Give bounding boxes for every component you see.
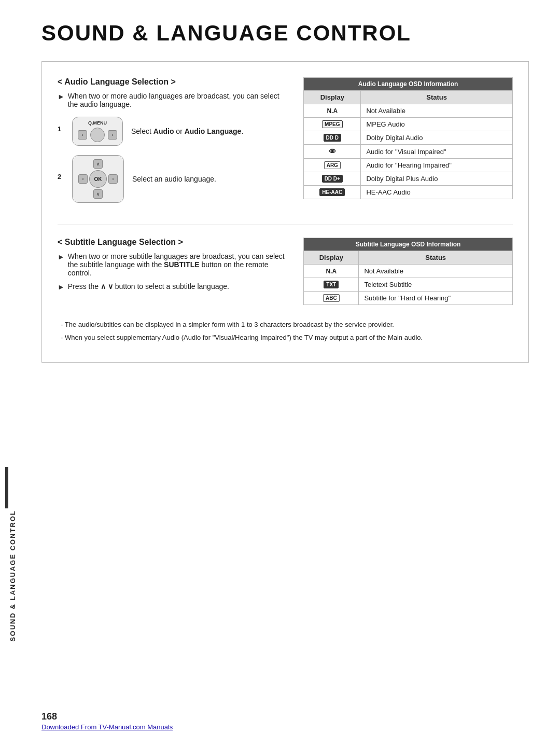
left-arrow-btn-2: ‹ — [78, 174, 88, 184]
audio-osd-row: ARGAudio for "Hearing Impaired" — [304, 159, 513, 172]
audio-col-display: Display — [304, 91, 361, 104]
subtitle-osd-status: Not Available — [359, 265, 513, 278]
ok-btn: OK — [89, 170, 107, 188]
subtitle-arrow-1: ► — [58, 253, 65, 277]
subtitle-language-section: < Subtitle Language Selection > ► When t… — [58, 238, 288, 315]
step-1-bold-audio-language: Audio Language — [185, 127, 242, 135]
page-number: 168 — [41, 711, 529, 722]
subtitle-bullet-1-text: When two or more subtitle languages are … — [68, 252, 288, 277]
right-arrow-btn-2: › — [108, 174, 118, 184]
down-arrow-btn: ∨ — [93, 189, 103, 199]
page-footer: 168 Downloaded From TV-Manual.com Manual… — [41, 711, 529, 731]
remote-step-2: 2 ∧ ‹ OK › ∨ — [58, 155, 288, 203]
remote-top-row: ‹ › — [78, 128, 117, 142]
bullet-arrow-1: ► — [58, 92, 65, 108]
step-num-2: 2 — [58, 173, 64, 181]
subtitle-osd-status: Teletext Subtitle — [359, 278, 513, 292]
audio-osd-row: HE-AACHE-AAC Audio — [304, 186, 513, 199]
footer-notes: - The audio/subtitles can be displayed i… — [58, 321, 513, 341]
remote-body-2: ∧ ‹ OK › ∨ — [72, 155, 124, 203]
audio-osd-header: Audio Language OSD Information — [304, 78, 513, 91]
up-arrow-btn: ∧ — [93, 159, 103, 169]
subtitle-bullet-1: ► When two or more subtitle languages ar… — [58, 252, 288, 277]
subtitle-col-status: Status — [359, 251, 513, 265]
audio-osd-row: MPEGMPEG Audio — [304, 118, 513, 131]
section-divider — [58, 225, 513, 225]
remote-nav: ∧ ‹ OK › ∨ — [78, 159, 118, 199]
audio-osd-row: 👁Audio for "Visual Impaired" — [304, 145, 513, 159]
audio-osd-display: ARG — [304, 159, 361, 172]
audio-osd-display: 👁 — [304, 145, 361, 159]
subtitle-osd-row: ABCSubtitle for "Hard of Hearing" — [304, 292, 513, 305]
left-arrow-btn: ‹ — [78, 130, 87, 140]
audio-section-heading: < Audio Language Selection > — [58, 77, 288, 87]
audio-osd-status: Dolby Digital Audio — [361, 131, 513, 145]
subtitle-osd-display: N.A — [304, 265, 359, 278]
footer-note-2: - When you select supplementary Audio (A… — [58, 334, 513, 341]
audio-osd-table: Audio Language OSD Information Display S… — [303, 77, 513, 199]
subtitle-bullet-2: ► Press the ∧ ∨ button to select a subti… — [58, 282, 288, 291]
audio-osd-status: Not Available — [361, 104, 513, 118]
step-2-text: Select an audio language. — [132, 175, 216, 183]
top-section: < Audio Language Selection > ► When two … — [58, 77, 513, 212]
subtitle-osd-header: Subtitle Language OSD Information — [304, 238, 513, 251]
bottom-section: < Subtitle Language Selection > ► When t… — [58, 238, 513, 315]
audio-bullet-1: ► When two or more audio languages are b… — [58, 92, 288, 108]
sidebar-bar — [5, 467, 8, 508]
audio-osd-status: HE-AAC Audio — [361, 186, 513, 199]
audio-osd-status: Audio for "Hearing Impaired" — [361, 159, 513, 172]
step-num-1: 1 — [58, 125, 64, 133]
step-1-text: Select Audio or Audio Language. — [131, 127, 243, 135]
remote-step-1: 1 Q.MENU ‹ › Select Audio or Audio Langu… — [58, 117, 288, 146]
audio-bullet-1-text: When two or more audio languages are bro… — [68, 92, 288, 108]
subtitle-bullet-2-text: Press the ∧ ∨ button to select a subtitl… — [68, 282, 229, 291]
step-1-bold-audio: Audio — [153, 127, 174, 135]
audio-osd-row: DD D+Dolby Digital Plus Audio — [304, 172, 513, 186]
subtitle-osd-row: N.ANot Available — [304, 265, 513, 278]
subtitle-osd-display: ABC — [304, 292, 359, 305]
remote-body-1: Q.MENU ‹ › — [72, 117, 123, 146]
audio-col-status: Status — [361, 91, 513, 104]
subtitle-keys: ∧ ∨ — [101, 282, 113, 290]
remote-steps: 1 Q.MENU ‹ › Select Audio or Audio Langu… — [58, 117, 288, 203]
subtitle-osd-row: TXTTeletext Subtitle — [304, 278, 513, 292]
sidebar: SOUND & LANGUAGE CONTROL — [0, 467, 25, 685]
subtitle-arrow-2: ► — [58, 283, 65, 291]
sidebar-label: SOUND & LANGUAGE CONTROL — [9, 510, 17, 642]
audio-osd-status: Audio for "Visual Impaired" — [361, 145, 513, 159]
audio-osd-display: HE-AAC — [304, 186, 361, 199]
audio-osd-display: DD D — [304, 131, 361, 145]
download-link[interactable]: Downloaded From TV-Manual.com Manuals — [41, 723, 173, 731]
audio-osd-display: DD D+ — [304, 172, 361, 186]
audio-osd-display: MPEG — [304, 118, 361, 131]
subtitle-osd-table: Subtitle Language OSD Information Displa… — [303, 238, 513, 305]
audio-osd-display: N.A — [304, 104, 361, 118]
subtitle-section-heading: < Subtitle Language Selection > — [58, 238, 288, 247]
audio-osd-row: DD DDolby Digital Audio — [304, 131, 513, 145]
audio-osd-status: Dolby Digital Plus Audio — [361, 172, 513, 186]
subtitle-osd-status: Subtitle for "Hard of Hearing" — [359, 292, 513, 305]
subtitle-col-display: Display — [304, 251, 359, 265]
subtitle-osd-table-section: Subtitle Language OSD Information Displa… — [303, 238, 513, 315]
audio-osd-table-section: Audio Language OSD Information Display S… — [303, 77, 513, 212]
audio-osd-status: MPEG Audio — [361, 118, 513, 131]
audio-language-section: < Audio Language Selection > ► When two … — [58, 77, 288, 212]
subtitle-osd-display: TXT — [304, 278, 359, 292]
page-title: SOUND & LANGUAGE CONTROL — [41, 21, 529, 46]
right-arrow-btn: › — [108, 130, 117, 140]
menu-btn — [90, 128, 105, 142]
audio-osd-row: N.ANot Available — [304, 104, 513, 118]
qmenu-label: Q.MENU — [88, 120, 107, 126]
footer-note-1: - The audio/subtitles can be displayed i… — [58, 321, 513, 328]
main-content-box: < Audio Language Selection > ► When two … — [41, 61, 529, 363]
subtitle-bold: SUBTITLE — [164, 260, 199, 269]
